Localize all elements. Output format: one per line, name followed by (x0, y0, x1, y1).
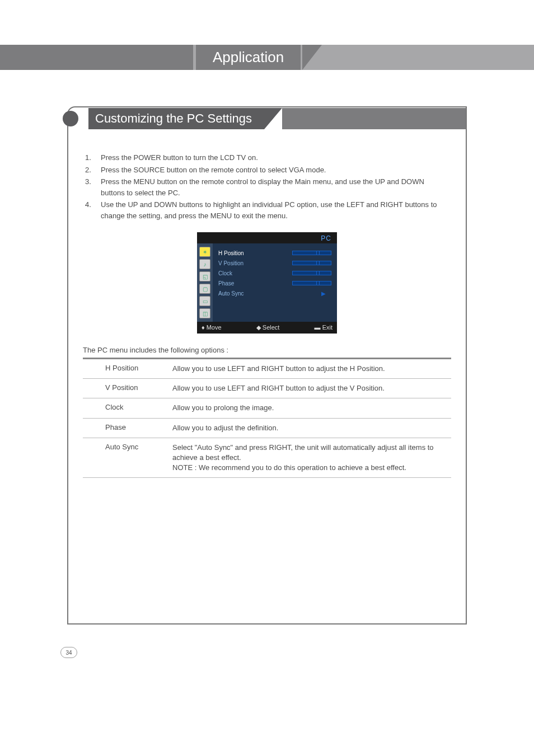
instruction-number: 4. (85, 199, 101, 221)
osd-arrow-icon: ▶ (321, 290, 331, 297)
section-bar-rest (282, 108, 466, 129)
osd-icon-column: ✶ ♪ ◱ ▢ ▭ ◫ (197, 243, 213, 322)
table-row: H Position Allow you to use LEFT and RIG… (83, 359, 451, 379)
osd-hint-exit: ▬ Exit (315, 324, 332, 331)
instruction-number: 1. (85, 152, 101, 163)
osd-screenshot: PC ✶ ♪ ◱ ▢ ▭ ◫ H Position V Position (197, 232, 337, 334)
content-frame: Customizing the PC Settings 1. Press the… (67, 106, 467, 624)
instruction-text: Press the POWER button to turn the LCD T… (101, 152, 449, 163)
osd-hint-select: ◆ Select (256, 324, 280, 331)
osd-option-label: H Position (218, 250, 244, 256)
osd-option-label: Auto Sync (218, 290, 244, 297)
osd-slider (292, 261, 331, 265)
page-number: 34 (60, 647, 77, 658)
option-name: Phase (105, 423, 172, 433)
section-slant (264, 108, 282, 129)
osd-tab-icon: ◱ (199, 271, 210, 281)
osd-slider (292, 251, 331, 255)
osd-option-label: Phase (218, 280, 234, 287)
osd-option-list: H Position V Position Clock Phase Auto S… (213, 243, 337, 322)
osd-hint-select-label: Select (263, 324, 280, 331)
instruction-text: Use the UP and DOWN buttons to highlight… (101, 199, 449, 221)
table-intro: The PC menu includes the following optio… (83, 346, 451, 354)
instruction-text: Press the SOURCE button on the remote co… (101, 165, 449, 176)
osd-tab-icon: ♪ (199, 259, 210, 269)
option-desc: Allow you to use LEFT and RIGHT button t… (172, 364, 451, 374)
instruction-item: 3. Press the MENU button on the remote c… (85, 176, 449, 198)
osd-option-label: V Position (218, 260, 243, 266)
options-table: H Position Allow you to use LEFT and RIG… (83, 358, 451, 478)
osd-tab-icon: ▭ (199, 296, 210, 306)
option-name: H Position (105, 364, 172, 374)
osd-footer: ♦ Move ◆ Select ▬ Exit (197, 322, 337, 334)
option-name: V Position (105, 383, 172, 393)
osd-hint-exit-label: Exit (322, 324, 332, 331)
instruction-text: Press the MENU button on the remote cont… (101, 176, 449, 198)
osd-tab-icon: ▢ (199, 284, 210, 294)
option-desc: Allow you to use LEFT and RIGHT button t… (172, 383, 451, 393)
instruction-item: 2. Press the SOURCE button on the remote… (85, 165, 449, 176)
osd-main: ✶ ♪ ◱ ▢ ▭ ◫ H Position V Position Clock (197, 243, 337, 322)
osd-tab-icon: ◫ (199, 308, 210, 318)
top-margin (0, 0, 534, 45)
section-bullet-icon (63, 111, 78, 126)
option-desc: Allow you to prolong the image. (172, 403, 451, 413)
instruction-number: 2. (85, 165, 101, 176)
osd-option: Clock (218, 268, 331, 278)
table-row: V Position Allow you to use LEFT and RIG… (83, 379, 451, 398)
osd-option: H Position (218, 248, 331, 258)
page-title: Application (196, 45, 301, 70)
option-name: Auto Sync (105, 443, 172, 473)
osd-hint-move-label: Move (207, 324, 222, 331)
osd-slider (292, 271, 331, 275)
section-header: Customizing the PC Settings (63, 107, 466, 130)
table-row: Clock Allow you to prolong the image. (83, 398, 451, 418)
instructions-list: 1. Press the POWER button to turn the LC… (85, 152, 449, 221)
ribbon-slant (302, 45, 322, 70)
option-name: Clock (105, 403, 172, 413)
option-desc: Select "Auto Sync" and press RIGHT, the … (172, 443, 451, 473)
osd-option-label: Clock (218, 270, 232, 276)
section-title: Customizing the PC Settings (88, 108, 264, 129)
osd-option: Auto Sync ▶ (218, 288, 331, 298)
osd-slider (292, 281, 331, 285)
osd-option: V Position (218, 258, 331, 268)
ribbon-left (0, 45, 193, 70)
header-band: Application (0, 45, 534, 70)
osd-hint-move: ♦ Move (202, 324, 222, 331)
instruction-number: 3. (85, 176, 101, 198)
osd-title: PC (197, 232, 337, 243)
osd-tab-icon: ✶ (199, 247, 210, 257)
instruction-item: 4. Use the UP and DOWN buttons to highli… (85, 199, 449, 221)
table-row: Auto Sync Select "Auto Sync" and press R… (83, 438, 451, 478)
instruction-item: 1. Press the POWER button to turn the LC… (85, 152, 449, 163)
option-desc: Allow you to adjust the definition. (172, 423, 451, 433)
table-row: Phase Allow you to adjust the definition… (83, 419, 451, 438)
osd-option: Phase (218, 278, 331, 288)
